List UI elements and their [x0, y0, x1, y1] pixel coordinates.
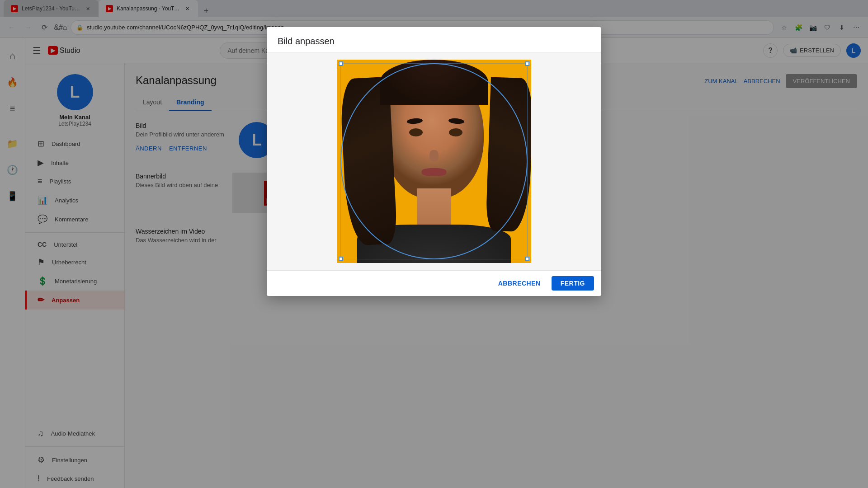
modal: Bild anpassen [267, 27, 601, 296]
modal-cancel-button[interactable]: ABBRECHEN [493, 276, 546, 291]
modal-footer: ABBRECHEN FERTIG [267, 270, 601, 296]
modal-header: Bild anpassen [267, 27, 601, 52]
modal-overlay: Bild anpassen [0, 0, 868, 488]
eye-right [449, 128, 462, 136]
hair-right [486, 77, 531, 232]
hair-top [380, 60, 488, 105]
nose [429, 150, 439, 161]
modal-body [267, 52, 601, 270]
crop-container[interactable] [337, 60, 531, 263]
modal-title: Bild anpassen [278, 36, 335, 46]
eye-left [409, 128, 423, 136]
modal-confirm-button[interactable]: FERTIG [552, 276, 594, 291]
neck [417, 188, 451, 229]
lips [422, 168, 447, 176]
